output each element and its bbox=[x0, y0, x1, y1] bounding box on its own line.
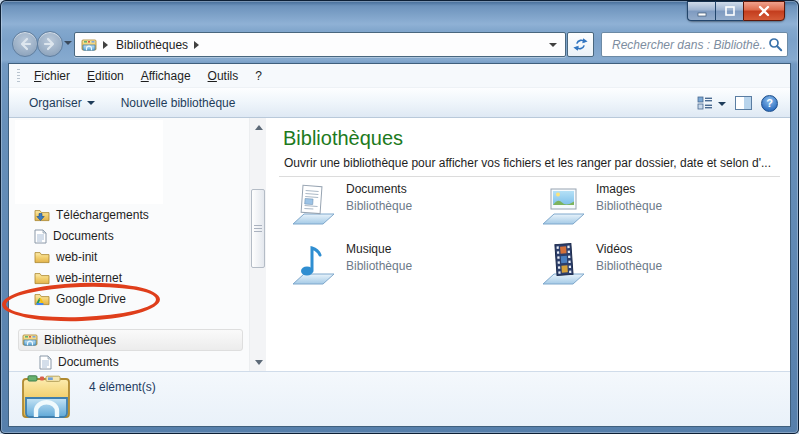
folder-icon bbox=[34, 271, 50, 285]
breadcrumb-arrow-icon bbox=[103, 41, 112, 49]
chevron-down-icon bbox=[87, 101, 95, 109]
library-tile-musique[interactable]: Musique Bibliothèque bbox=[290, 242, 412, 288]
google-drive-folder-icon bbox=[34, 292, 50, 306]
menu-help[interactable]: ? bbox=[255, 69, 262, 83]
tile-name: Documents bbox=[346, 182, 412, 196]
tile-type: Bibliothèque bbox=[346, 199, 412, 213]
divider bbox=[279, 176, 780, 177]
sidebar-item-label: Téléchargements bbox=[56, 208, 149, 222]
new-library-label: Nouvelle bibliothèque bbox=[121, 96, 236, 110]
menu-edition[interactable]: Edition bbox=[87, 69, 124, 83]
arrow-right-icon bbox=[41, 35, 59, 53]
menu-outils[interactable]: Outils bbox=[208, 69, 239, 83]
folder-download-icon bbox=[34, 208, 50, 222]
close-icon bbox=[757, 5, 771, 17]
sidebar-scrollbar[interactable] bbox=[249, 118, 266, 371]
library-tile-images[interactable]: Images Bibliothèque bbox=[540, 182, 662, 228]
address-dropdown-icon[interactable] bbox=[549, 43, 557, 51]
libraries-icon bbox=[22, 333, 38, 347]
views-icon[interactable] bbox=[697, 96, 713, 110]
maximize-button[interactable] bbox=[715, 1, 743, 21]
tile-type: Bibliothèque bbox=[596, 259, 662, 273]
maximize-icon bbox=[724, 5, 736, 17]
content-area: Téléchargements Documents web-init bbox=[9, 118, 790, 371]
scroll-up-button[interactable] bbox=[250, 118, 267, 135]
sidebar-item-label: Google Drive bbox=[56, 292, 126, 306]
blank-region bbox=[15, 120, 163, 204]
library-tile-videos[interactable]: Vidéos Bibliothèque bbox=[540, 242, 662, 288]
views-dropdown-icon[interactable] bbox=[718, 102, 726, 110]
recent-pages-dropdown[interactable] bbox=[64, 41, 72, 49]
sidebar-item-web-internet[interactable]: web-internet bbox=[34, 268, 122, 288]
document-icon bbox=[34, 229, 47, 244]
magnifier-icon[interactable] bbox=[768, 37, 783, 52]
videos-library-icon bbox=[540, 242, 586, 288]
back-button[interactable] bbox=[12, 31, 38, 57]
tile-name: Images bbox=[596, 182, 662, 196]
breadcrumb-arrow-icon[interactable] bbox=[194, 41, 203, 49]
minimize-icon bbox=[696, 5, 708, 17]
page-title: Bibliothèques bbox=[283, 127, 403, 150]
music-library-icon bbox=[290, 242, 336, 288]
organize-label: Organiser bbox=[29, 96, 82, 110]
sidebar-item-google-drive[interactable]: Google Drive bbox=[34, 289, 126, 309]
search-box bbox=[601, 32, 788, 57]
sidebar-item-label: Documents bbox=[53, 229, 114, 243]
item-count: 4 élément(s) bbox=[89, 380, 156, 394]
sidebar-item-web-init[interactable]: web-init bbox=[34, 247, 97, 267]
details-pane: 4 élément(s) bbox=[9, 371, 790, 426]
sidebar-item-telechargements[interactable]: Téléchargements bbox=[34, 205, 149, 225]
refresh-icon bbox=[573, 37, 588, 52]
help-icon[interactable]: ? bbox=[761, 95, 778, 112]
menu-bar: Fichier Edition Affichage Outils ? bbox=[9, 64, 790, 88]
images-library-icon bbox=[540, 182, 586, 228]
tile-name: Musique bbox=[346, 242, 412, 256]
tile-name: Vidéos bbox=[596, 242, 662, 256]
folder-icon bbox=[34, 250, 50, 264]
tile-type: Bibliothèque bbox=[596, 199, 662, 213]
window-controls bbox=[687, 1, 785, 21]
sidebar-item-bibliotheques[interactable]: Bibliothèques bbox=[22, 330, 116, 350]
menu-affichage[interactable]: Affichage bbox=[141, 69, 191, 83]
library-panel: Bibliothèques Ouvrir une bibliothèque po… bbox=[266, 118, 790, 371]
documents-library-icon bbox=[290, 182, 336, 228]
arrow-left-icon bbox=[16, 35, 34, 53]
sidebar-item-label: web-internet bbox=[56, 271, 122, 285]
minimize-button[interactable] bbox=[687, 1, 715, 21]
breadcrumb-libraries[interactable]: Bibliothèques bbox=[116, 38, 188, 52]
new-library-button[interactable]: Nouvelle bibliothèque bbox=[121, 96, 236, 110]
library-tile-documents[interactable]: Documents Bibliothèque bbox=[290, 182, 412, 228]
sidebar-item-documents-library[interactable]: Documents bbox=[39, 352, 119, 372]
tile-type: Bibliothèque bbox=[346, 259, 412, 273]
command-bar: Organiser Nouvelle bibliothèque ? bbox=[9, 88, 790, 118]
address-bar[interactable]: Bibliothèques bbox=[74, 32, 566, 57]
navigation-bar: Bibliothèques bbox=[0, 28, 799, 63]
document-icon bbox=[39, 355, 52, 370]
scroll-down-button[interactable] bbox=[250, 354, 267, 371]
refresh-button[interactable] bbox=[567, 32, 594, 57]
toolbar-grip bbox=[17, 69, 20, 83]
sidebar-item-label: Documents bbox=[58, 355, 119, 369]
forward-button[interactable] bbox=[37, 31, 63, 57]
sidebar-item-label: Bibliothèques bbox=[44, 333, 116, 347]
menu-fichier[interactable]: Fichier bbox=[34, 69, 70, 83]
page-subtitle: Ouvrir une bibliothèque pour afficher vo… bbox=[284, 156, 771, 170]
sidebar-item-documents[interactable]: Documents bbox=[34, 226, 114, 246]
navigation-pane: Téléchargements Documents web-init bbox=[9, 118, 249, 371]
scrollbar-thumb[interactable] bbox=[251, 189, 265, 268]
window-content-frame: Fichier Edition Affichage Outils ? Organ… bbox=[8, 63, 791, 427]
explorer-window: Bibliothèques Fichier Edition bbox=[0, 0, 799, 434]
libraries-folder-icon bbox=[81, 38, 97, 52]
libraries-large-icon bbox=[19, 373, 77, 431]
close-button[interactable] bbox=[743, 1, 785, 21]
sidebar-item-label: web-init bbox=[56, 250, 97, 264]
search-input[interactable] bbox=[610, 37, 768, 53]
organize-button[interactable]: Organiser bbox=[29, 96, 95, 110]
preview-pane-icon[interactable] bbox=[735, 96, 752, 110]
